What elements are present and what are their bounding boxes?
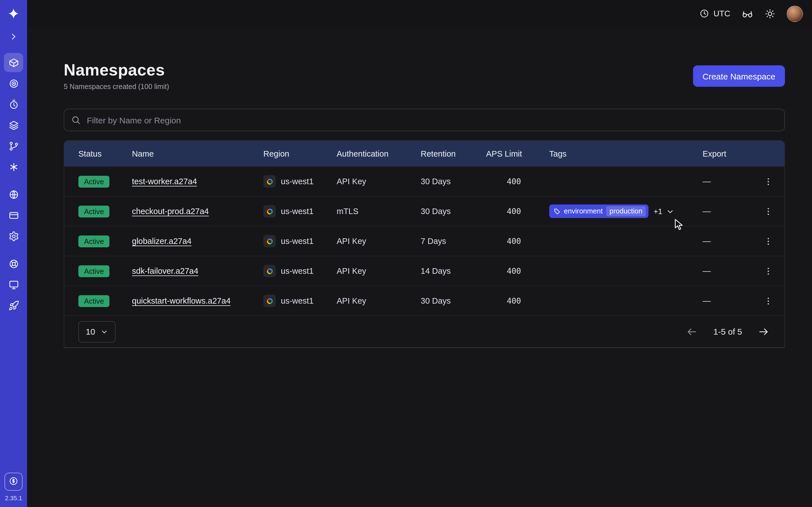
table-row: Active test-worker.a27a4 us-west1 API Ke… bbox=[64, 166, 784, 196]
timezone-label: UTC bbox=[713, 9, 730, 18]
region-label: us-west1 bbox=[281, 267, 313, 276]
topbar: UTC bbox=[27, 0, 812, 27]
sidebar-item-schedules[interactable] bbox=[4, 95, 23, 114]
sidebar-item-monitoring[interactable] bbox=[4, 74, 23, 93]
aps-limit-value: 400 bbox=[486, 207, 549, 216]
retention-label: 7 Days bbox=[421, 237, 486, 245]
tag-key: environment bbox=[564, 208, 603, 215]
namespaces-table: Status Name Region Authentication Retent… bbox=[64, 140, 785, 348]
sidebar-item-billing[interactable] bbox=[4, 206, 23, 225]
column-header-retention: Retention bbox=[421, 149, 486, 158]
table-row: Active quickstart-workflows.a27a4 us-wes… bbox=[64, 286, 784, 316]
table-footer: 10 1-5 of 5 bbox=[64, 316, 784, 348]
timezone-button[interactable]: UTC bbox=[699, 8, 730, 18]
export-value: — bbox=[703, 296, 760, 305]
gcp-cloud-icon bbox=[263, 265, 276, 277]
pagination: 1-5 of 5 bbox=[685, 325, 770, 338]
sidebar-item-workflows[interactable] bbox=[4, 136, 23, 156]
layers-icon bbox=[8, 120, 19, 130]
cube-icon bbox=[8, 57, 19, 68]
sidebar-item-settings[interactable] bbox=[4, 226, 23, 245]
auth-label: API Key bbox=[337, 267, 421, 276]
sidebar-item-deployments[interactable] bbox=[4, 115, 23, 135]
export-value: — bbox=[703, 207, 760, 216]
namespace-link[interactable]: globalizer.a27a4 bbox=[132, 237, 192, 245]
search-bar bbox=[64, 109, 785, 131]
column-header-tags: Tags bbox=[549, 149, 703, 158]
next-page-button[interactable] bbox=[757, 325, 770, 338]
auth-label: API Key bbox=[337, 296, 421, 305]
aps-limit-value: 400 bbox=[486, 267, 549, 276]
globe-icon bbox=[8, 189, 19, 200]
gcp-cloud-icon bbox=[263, 205, 276, 217]
region-label: us-west1 bbox=[281, 207, 313, 216]
sidebar-item-regions[interactable] bbox=[4, 185, 23, 204]
tag-icon bbox=[554, 208, 560, 215]
more-tags-label: +1 bbox=[654, 207, 662, 216]
status-badge: Active bbox=[79, 265, 110, 277]
aps-limit-value: 400 bbox=[486, 296, 549, 305]
sidebar-item-getting-started[interactable] bbox=[4, 296, 23, 315]
retention-label: 30 Days bbox=[421, 207, 486, 216]
page-size-select[interactable]: 10 bbox=[79, 321, 115, 342]
auth-label: mTLS bbox=[337, 207, 421, 216]
column-header-name: Name bbox=[132, 149, 263, 158]
create-namespace-button[interactable]: Create Namespace bbox=[693, 65, 785, 87]
main-content: Namespaces 5 Namespaces created (100 lim… bbox=[27, 27, 812, 507]
aps-limit-value: 400 bbox=[486, 177, 549, 186]
gcp-cloud-icon bbox=[263, 295, 276, 307]
branch-icon bbox=[8, 140, 19, 151]
region-label: us-west1 bbox=[281, 177, 313, 186]
namespace-link[interactable]: test-worker.a27a4 bbox=[132, 177, 197, 186]
column-header-status: Status bbox=[79, 149, 132, 158]
retention-label: 14 Days bbox=[421, 267, 486, 276]
labs-button[interactable] bbox=[742, 8, 753, 19]
table-row: Active globalizer.a27a4 us-west1 API Key… bbox=[64, 226, 784, 256]
asterisk-icon bbox=[8, 161, 19, 172]
column-header-region: Region bbox=[263, 149, 337, 158]
card-icon bbox=[8, 210, 19, 221]
retention-label: 30 Days bbox=[421, 177, 486, 186]
clock-icon bbox=[699, 8, 709, 18]
theme-toggle-button[interactable] bbox=[765, 8, 775, 19]
namespace-link[interactable]: checkout-prod.a27a4 bbox=[132, 207, 209, 216]
row-actions-menu-button[interactable] bbox=[760, 233, 776, 249]
previous-page-button[interactable] bbox=[685, 325, 699, 338]
column-header-authentication: Authentication bbox=[337, 149, 421, 158]
row-actions-menu-button[interactable] bbox=[760, 203, 776, 219]
gear-icon bbox=[8, 231, 19, 241]
region-label: us-west1 bbox=[281, 237, 313, 245]
chevron-down-icon bbox=[100, 328, 108, 335]
user-avatar[interactable] bbox=[786, 5, 803, 22]
search-input[interactable] bbox=[64, 109, 785, 131]
pagination-range-label: 1-5 of 5 bbox=[713, 327, 742, 336]
temporal-logo-icon[interactable] bbox=[4, 4, 23, 24]
glasses-icon bbox=[742, 8, 753, 19]
status-badge: Active bbox=[79, 175, 110, 187]
sidebar-item-namespaces[interactable] bbox=[4, 53, 23, 72]
row-actions-menu-button[interactable] bbox=[760, 173, 776, 189]
target-icon bbox=[8, 78, 19, 89]
sidebar-item-docs[interactable] bbox=[4, 275, 23, 294]
app-root: 2.35.1 UTC Namespaces 5 Namespaces creat… bbox=[0, 0, 812, 507]
sidebar-item-support[interactable] bbox=[4, 254, 23, 273]
export-value: — bbox=[703, 177, 760, 186]
tags-expand-chevron-icon[interactable] bbox=[666, 207, 674, 216]
row-actions-menu-button[interactable] bbox=[760, 263, 776, 279]
sidebar: 2.35.1 bbox=[0, 0, 27, 507]
namespace-link[interactable]: sdk-failover.a27a4 bbox=[132, 267, 198, 276]
usage-credits-button[interactable] bbox=[4, 473, 22, 491]
row-actions-menu-button[interactable] bbox=[760, 293, 776, 309]
tag-chip[interactable]: environment production bbox=[549, 205, 649, 218]
page-size-value: 10 bbox=[86, 327, 95, 336]
retention-label: 30 Days bbox=[421, 296, 486, 305]
namespace-link[interactable]: quickstart-workflows.a27a4 bbox=[132, 296, 231, 305]
search-icon bbox=[71, 115, 81, 125]
region-label: us-west1 bbox=[281, 296, 313, 305]
tag-value: production bbox=[606, 206, 646, 217]
timer-icon bbox=[8, 99, 19, 110]
sidebar-item-nexus[interactable] bbox=[4, 157, 23, 176]
gcp-cloud-icon bbox=[263, 175, 276, 187]
column-header-aps-limit: APS Limit bbox=[486, 149, 549, 158]
sidebar-expand-button[interactable] bbox=[4, 29, 23, 44]
